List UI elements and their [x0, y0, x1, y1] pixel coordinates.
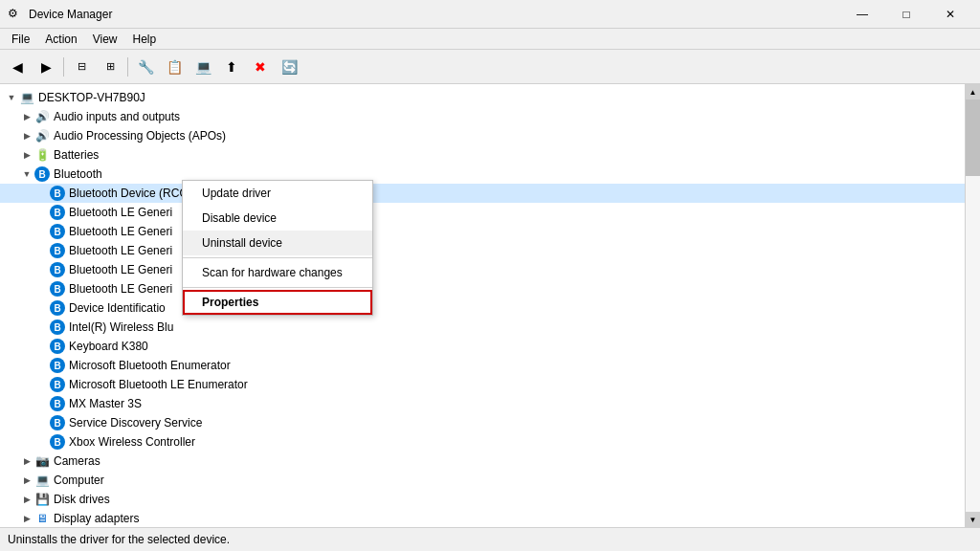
- toolbar-disable[interactable]: ✖: [247, 54, 274, 80]
- toolbar-expand[interactable]: ⊞: [97, 54, 123, 80]
- tree-item-disk[interactable]: ▶ 💾 Disk drives: [0, 490, 965, 509]
- minimize-button[interactable]: —: [840, 0, 884, 29]
- tree-item-xbox[interactable]: B Xbox Wireless Controller: [0, 432, 965, 452]
- scroll-down-button[interactable]: ▼: [966, 512, 980, 527]
- toolbar-sep-1: [63, 57, 64, 77]
- context-uninstall-device[interactable]: Uninstall device: [183, 231, 372, 255]
- expand-xbox: [34, 434, 50, 450]
- tree-item-computer[interactable]: ▶ 💻 Computer: [0, 471, 965, 490]
- mx-master-label: MX Master 3S: [69, 397, 142, 410]
- expand-mx-master: [34, 396, 50, 411]
- context-scan-hardware[interactable]: Scan for hardware changes: [183, 260, 372, 285]
- context-disable-device[interactable]: Disable device: [183, 206, 372, 231]
- tree-item-bt-le-3[interactable]: B Bluetooth LE Generi: [0, 241, 965, 260]
- device-id-icon: B: [50, 300, 65, 316]
- batteries-label: Batteries: [54, 148, 99, 162]
- expand-icon-audio: ▶: [19, 109, 34, 124]
- tree-item-intel-wireless[interactable]: B Intel(R) Wireless Blu: [0, 318, 965, 337]
- tree-item-cameras[interactable]: ▶ 📷 Cameras: [0, 452, 965, 471]
- computer-icon: 💻: [19, 90, 34, 105]
- toolbar-scan[interactable]: 🔄: [276, 54, 302, 80]
- bt-le-4-icon: B: [50, 262, 65, 277]
- tree-item-keyboard-k380[interactable]: B Keyboard K380: [0, 337, 965, 356]
- expand-icon-batteries: ▶: [19, 147, 34, 163]
- title-bar-controls: — □ ✕: [840, 0, 972, 29]
- close-button[interactable]: ✕: [928, 0, 972, 29]
- bt-le-2-icon: B: [50, 224, 65, 239]
- bt-le-1-label: Bluetooth LE Generi: [69, 206, 172, 219]
- menu-action[interactable]: Action: [37, 31, 84, 48]
- maximize-button[interactable]: □: [884, 0, 928, 29]
- context-update-driver[interactable]: Update driver: [183, 181, 372, 206]
- kbd-k380-label: Keyboard K380: [69, 340, 148, 353]
- toolbar-forward[interactable]: ▶: [33, 54, 59, 80]
- bluetooth-label: Bluetooth: [54, 167, 102, 181]
- expand-bt-le-3: [34, 243, 50, 258]
- scrollbar-thumb[interactable]: [966, 99, 980, 176]
- cameras-label: Cameras: [54, 454, 100, 468]
- sds-icon: B: [50, 415, 65, 430]
- toolbar-collapse[interactable]: ⊟: [68, 54, 95, 80]
- intel-icon: B: [50, 320, 65, 335]
- title-bar-icon: ⚙: [8, 7, 23, 22]
- computer-item-icon: 💻: [34, 473, 50, 488]
- tree-item-display[interactable]: ▶ 🖥 Display adapters: [0, 509, 965, 527]
- audio-inputs-icon: 🔊: [34, 109, 50, 124]
- expand-ms-bt-enum: [34, 358, 50, 373]
- bt-device-icon: B: [50, 186, 65, 201]
- expand-cameras: ▶: [19, 453, 34, 469]
- tree-item-bt-le-1[interactable]: B Bluetooth LE Generi: [0, 203, 965, 222]
- audio-processing-label: Audio Processing Objects (APOs): [54, 129, 226, 143]
- device-tree[interactable]: ▼ 💻 DESKTOP-VH7B90J ▶ 🔊 Audio inputs and…: [0, 84, 965, 527]
- expand-sds: [34, 415, 50, 430]
- scrollbar-track[interactable]: [966, 99, 980, 512]
- expand-intel: [34, 320, 50, 335]
- tree-root[interactable]: ▼ 💻 DESKTOP-VH7B90J: [0, 88, 965, 107]
- expand-ms-bt-le-enum: [34, 377, 50, 392]
- toolbar-computer[interactable]: 💻: [189, 54, 216, 80]
- toolbar-uninstall[interactable]: ⬆: [218, 54, 245, 80]
- tree-item-batteries[interactable]: ▶ 🔋 Batteries: [0, 145, 965, 165]
- toolbar-properties[interactable]: 🔧: [132, 54, 159, 80]
- tree-item-audio-processing[interactable]: ▶ 🔊 Audio Processing Objects (APOs): [0, 126, 965, 145]
- xbox-icon: B: [50, 434, 65, 450]
- toolbar: ◀ ▶ ⊟ ⊞ 🔧 📋 💻 ⬆ ✖ 🔄: [0, 50, 980, 84]
- tree-item-bluetooth[interactable]: ▼ B Bluetooth: [0, 165, 965, 184]
- tree-item-ms-bt-enum[interactable]: B Microsoft Bluetooth Enumerator: [0, 356, 965, 375]
- bluetooth-icon: B: [34, 166, 50, 182]
- bt-le-4-label: Bluetooth LE Generi: [69, 263, 172, 276]
- menu-bar: File Action View Help: [0, 29, 980, 50]
- expand-kbd-k380: [34, 339, 50, 354]
- menu-file[interactable]: File: [4, 31, 37, 48]
- menu-view[interactable]: View: [85, 31, 125, 48]
- expand-bt-le-5: [34, 281, 50, 297]
- expand-device-id: [34, 300, 50, 316]
- toolbar-sep-2: [127, 57, 128, 77]
- tree-item-device-id[interactable]: B Device Identificatio: [0, 298, 965, 318]
- tree-item-mx-master[interactable]: B MX Master 3S: [0, 394, 965, 413]
- tree-item-bt-device[interactable]: B Bluetooth Device (RCOMM Protocol TDI): [0, 184, 965, 203]
- expand-icon-apo: ▶: [19, 128, 34, 143]
- scrollbar[interactable]: ▲ ▼: [965, 84, 980, 527]
- expand-bt-le-1: [34, 205, 50, 220]
- tree-item-bt-le-5[interactable]: B Bluetooth LE Generi: [0, 279, 965, 298]
- expand-icon-bt-device: [34, 186, 50, 201]
- ms-bt-enum-label: Microsoft Bluetooth Enumerator: [69, 359, 231, 372]
- audio-inputs-label: Audio inputs and outputs: [54, 110, 180, 123]
- toolbar-update-driver[interactable]: 📋: [161, 54, 188, 80]
- menu-help[interactable]: Help: [125, 31, 165, 48]
- bt-le-3-icon: B: [50, 243, 65, 258]
- scroll-up-button[interactable]: ▲: [966, 84, 980, 99]
- tree-item-audio-inputs[interactable]: ▶ 🔊 Audio inputs and outputs: [0, 107, 965, 126]
- tree-item-sds[interactable]: B Service Discovery Service: [0, 413, 965, 432]
- tree-item-bt-le-4[interactable]: B Bluetooth LE Generi: [0, 260, 965, 279]
- tree-item-ms-bt-le-enum[interactable]: B Microsoft Bluetooth LE Enumerator: [0, 375, 965, 394]
- expand-icon-root: ▼: [4, 90, 19, 105]
- expand-bt-le-4: [34, 262, 50, 277]
- display-icon: 🖥: [34, 511, 50, 526]
- sds-label: Service Discovery Service: [69, 416, 202, 430]
- context-properties[interactable]: Properties: [183, 290, 372, 315]
- kbd-k380-icon: B: [50, 339, 65, 354]
- toolbar-back[interactable]: ◀: [4, 54, 31, 80]
- tree-item-bt-le-2[interactable]: B Bluetooth LE Generi: [0, 222, 965, 241]
